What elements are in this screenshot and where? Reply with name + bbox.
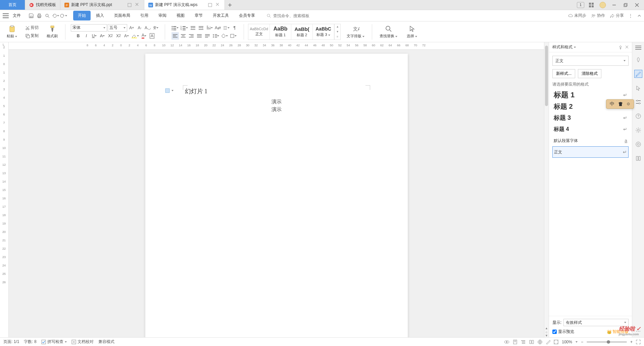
preview-icon[interactable] <box>44 12 51 19</box>
bold-button[interactable]: B <box>75 32 82 40</box>
show-filter-select[interactable]: 有效样式 <box>563 319 629 326</box>
minimize-button[interactable] <box>610 1 618 9</box>
rocket-icon[interactable] <box>634 56 642 64</box>
view-page-icon[interactable] <box>513 340 517 344</box>
page-nav-icon[interactable]: ○ <box>544 331 549 334</box>
align-justify-icon[interactable] <box>196 32 203 40</box>
menutab-view[interactable]: 视图 <box>172 11 189 20</box>
print-icon[interactable] <box>36 12 43 19</box>
style-normal[interactable]: AaBbCcDd正文 <box>248 24 270 40</box>
tab-ppt[interactable]: P 新建 PPT 演示文稿.ppt <box>60 0 144 10</box>
page[interactable]: 幻灯片 1 演示 演示 <box>145 54 408 337</box>
strike-button[interactable]: A <box>99 32 106 40</box>
zoom-fit-icon[interactable] <box>554 340 558 344</box>
new-style-button[interactable]: 新样式... <box>552 69 575 78</box>
close-icon[interactable] <box>135 3 140 7</box>
tab-settings-icon[interactable] <box>222 24 230 32</box>
view-outline-icon[interactable] <box>521 340 526 344</box>
numbering-icon[interactable]: 123 <box>180 24 189 32</box>
line-spacing-icon[interactable] <box>212 32 220 40</box>
badge-button[interactable]: 1 <box>577 2 584 8</box>
text-layout-button[interactable]: 文A 文字排版 <box>345 24 366 39</box>
eye-icon[interactable] <box>504 339 509 345</box>
grow-font-icon[interactable]: A+ <box>128 24 135 32</box>
search-box[interactable] <box>266 13 334 18</box>
menutab-insert[interactable]: 插入 <box>91 11 109 20</box>
rail-menu-icon[interactable] <box>635 46 641 50</box>
copy-button[interactable]: 复制 <box>24 32 39 40</box>
page-down-icon[interactable]: ▼ <box>544 334 549 337</box>
italic-button[interactable]: I <box>83 32 90 40</box>
select-button[interactable]: 选择 <box>405 24 419 39</box>
current-style-select[interactable]: 正文 <box>552 56 629 66</box>
outdent-icon[interactable] <box>189 24 197 32</box>
cursor-rail-icon[interactable] <box>634 84 642 92</box>
font-color-button[interactable]: A <box>140 32 148 40</box>
highlight-button[interactable] <box>131 32 140 40</box>
style-h3[interactable]: AaBbC标题 3 <box>313 24 334 40</box>
word-count[interactable]: 字数: 8 <box>24 339 36 345</box>
panel-title[interactable]: 样式和格式 <box>552 44 576 50</box>
ime-settings-icon[interactable]: ⚙ <box>627 102 630 106</box>
sort-icon[interactable] <box>205 24 213 32</box>
close-window-button[interactable] <box>633 1 641 9</box>
close-icon[interactable] <box>216 3 220 7</box>
zoom-slider[interactable] <box>587 341 627 343</box>
paste-button[interactable]: 粘贴 <box>5 24 19 39</box>
preview-checkbox[interactable]: 显示预览 <box>552 329 574 335</box>
format-painter-button[interactable]: 格式刷 <box>45 24 60 39</box>
bullets-icon[interactable] <box>170 24 179 32</box>
view-read-icon[interactable] <box>529 340 534 344</box>
page-indicator[interactable]: 页面: 1/1 <box>3 339 19 345</box>
help-rail-icon[interactable]: ? <box>634 112 642 120</box>
phonetic-icon[interactable]: 变 <box>152 24 159 32</box>
subscript-button[interactable]: X2 <box>115 32 122 40</box>
menutab-review[interactable]: 审阅 <box>154 11 171 20</box>
menutab-layout[interactable]: 页面布局 <box>109 11 135 20</box>
find-replace-button[interactable]: 查找替换 <box>378 24 399 39</box>
doc-line1[interactable]: 演示 <box>185 98 368 106</box>
style-item-default-font[interactable]: 默认段落字体a <box>552 135 629 146</box>
more-icon[interactable]: ⋮ <box>629 13 633 18</box>
book-rail-icon[interactable] <box>634 154 642 162</box>
collapse-icon[interactable] <box>637 14 641 18</box>
pin-icon[interactable] <box>618 45 623 49</box>
page-up-icon[interactable]: ▲ <box>544 327 549 330</box>
share-button[interactable]: 分享 <box>610 13 624 18</box>
scroll-thumb[interactable] <box>545 46 548 106</box>
tab-menu-icon[interactable] <box>208 3 212 7</box>
zoom-out-button[interactable]: − <box>581 340 583 344</box>
maximize-button[interactable] <box>621 1 630 9</box>
gear-rail-icon[interactable] <box>634 126 642 134</box>
align-left-icon[interactable] <box>171 32 179 40</box>
doc-line2[interactable]: 演示 <box>185 106 368 113</box>
undo-icon[interactable] <box>52 12 59 19</box>
cut-button[interactable]: 剪切 <box>24 24 39 32</box>
proofing-button[interactable]: 文档校对 <box>71 339 94 345</box>
indent-icon[interactable] <box>197 24 205 32</box>
zoom-in-button[interactable]: + <box>630 340 633 344</box>
text-align-dist-icon[interactable]: A⇄ <box>214 24 221 32</box>
tab-menu-icon[interactable] <box>127 3 132 7</box>
symbol-icon[interactable]: ¶ <box>231 24 238 32</box>
menutab-start[interactable]: 开始 <box>73 11 91 20</box>
zoom-thumb[interactable] <box>607 340 610 344</box>
superscript-button[interactable]: X2 <box>107 32 114 40</box>
search-input[interactable] <box>273 13 334 18</box>
clear-format-button[interactable]: 清除格式 <box>578 69 601 78</box>
document-area[interactable]: 8642024681012141618202224262830323436384… <box>9 42 544 337</box>
underline-button[interactable]: U <box>91 32 98 40</box>
menutab-chapter[interactable]: 章节 <box>190 11 207 20</box>
shading-icon[interactable] <box>220 32 229 40</box>
char-border-icon[interactable]: A <box>148 32 156 40</box>
settings-rail-icon[interactable] <box>634 98 642 106</box>
style-item-h4[interactable]: 标题 4↵ <box>552 123 629 135</box>
clear-format-icon[interactable]: A <box>123 32 130 40</box>
style-item-h1[interactable]: 标题 1↵ <box>552 89 629 101</box>
apps-icon[interactable] <box>587 1 596 9</box>
hamburger-icon[interactable] <box>3 13 9 18</box>
ime-indicator[interactable]: 中 ⚙ <box>606 99 634 109</box>
align-dist-icon[interactable] <box>204 32 211 40</box>
target-rail-icon[interactable] <box>634 140 642 148</box>
close-panel-icon[interactable] <box>625 45 629 49</box>
